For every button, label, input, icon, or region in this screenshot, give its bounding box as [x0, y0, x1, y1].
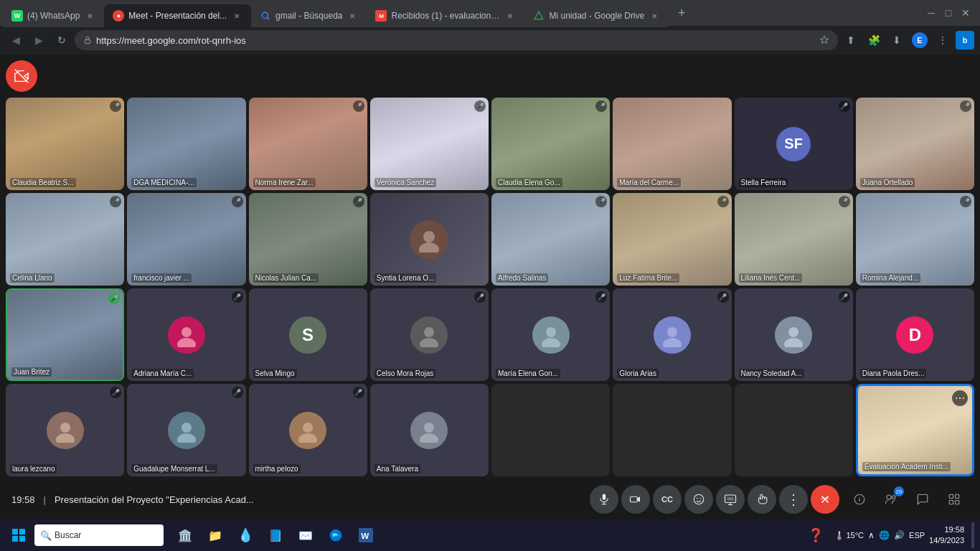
present-button[interactable] [716, 485, 745, 514]
participants-button[interactable]: 29 [877, 485, 905, 514]
svg-point-7 [182, 327, 192, 337]
svg-point-29 [694, 494, 704, 504]
taskbar-app-store[interactable]: 📘 [263, 522, 288, 548]
meeting-time: 19:58 [11, 494, 35, 505]
tile-veronica: 🎤 Verónica Sanchez [370, 98, 489, 190]
mute-icon-adriana: 🎤 [232, 291, 243, 303]
participant-name-claudia-b: Claudia Beatriz S... [10, 178, 76, 187]
nav-bar: ◀ ▶ ↻ https://meet.google.com/rot-qnrh-i… [0, 26, 980, 55]
tile-maria-e: 🎤 María Elena Gon... [491, 288, 610, 381]
taskbar-app-mail[interactable]: ✉️ [293, 522, 319, 548]
participant-name-juana: Juana Ortellado [860, 178, 915, 187]
mute-icon-celso: 🎤 [474, 291, 486, 303]
chat-button[interactable] [908, 485, 937, 514]
tile-nicolas: 🎤 Nicolas Julian Ca... [249, 193, 367, 286]
captions-button[interactable]: CC [653, 485, 682, 514]
volume-icon[interactable]: 🔊 [894, 530, 905, 540]
tile-romina: 🎤 Romina Alejand... [856, 193, 974, 286]
more-options-meet-button[interactable]: ⋮ [779, 485, 808, 514]
svg-point-19 [182, 423, 192, 433]
svg-rect-46 [19, 529, 25, 534]
taskbar-sys-tray: ∧ 🌐 🔊 ESP [868, 530, 925, 540]
tile-selva: S Selva Mingo [249, 288, 367, 381]
show-desktop-button[interactable] [971, 522, 974, 548]
camera-off-button[interactable] [6, 60, 37, 92]
camera-button[interactable] [621, 485, 650, 514]
taskbar-search[interactable]: 🔍 Buscar [34, 524, 164, 546]
tab-gdrive[interactable]: Mi unidad - Google Drive ✕ [524, 4, 669, 27]
more-options-eval[interactable]: ⋯ [952, 390, 968, 406]
star-icon[interactable] [819, 35, 829, 45]
minimize-button[interactable]: ─ [925, 7, 937, 19]
forward-button[interactable]: ▶ [29, 30, 49, 50]
tab-close-meet[interactable]: ✕ [231, 10, 242, 22]
bing-button[interactable]: b [956, 31, 974, 50]
taskbar-app-dropbox[interactable]: 💧 [232, 522, 258, 548]
network-icon[interactable]: 🌐 [879, 530, 890, 540]
activities-button[interactable] [940, 485, 969, 514]
tab-close-whatsapp[interactable]: ✕ [84, 10, 95, 22]
svg-point-5 [423, 231, 435, 242]
tile-empty-2 [613, 384, 731, 476]
tab-meet[interactable]: ● Meet - Presentación del... ✕ [104, 4, 251, 27]
refresh-button[interactable]: ↻ [52, 30, 72, 50]
svg-rect-44 [956, 501, 959, 504]
taskbar-app-word[interactable]: W [353, 522, 379, 548]
svg-point-11 [546, 327, 556, 337]
participant-name-laura: laura lezcano [10, 464, 57, 474]
side-controls: 29 [845, 485, 969, 514]
downloads-button[interactable]: ⬇ [887, 30, 907, 50]
svg-point-14 [663, 338, 682, 347]
tab-whatsapp[interactable]: W (4) WhatsApp ✕ [3, 4, 104, 27]
taskbar-clock[interactable]: 19:58 14/9/2023 [929, 524, 964, 547]
close-button[interactable]: ✕ [960, 7, 971, 19]
participant-name-liliana: Liliana Inés Cent... [739, 273, 803, 283]
mute-icon-stella: 🎤 [839, 100, 850, 112]
share-button[interactable]: ⬆ [841, 30, 861, 50]
avatar-guadalupe [168, 412, 205, 449]
participant-name-norma: Norma Irene Zar... [253, 178, 316, 187]
taskbar-question[interactable]: ❓ [801, 521, 830, 550]
end-call-button[interactable] [811, 485, 839, 514]
taskbar-app-explorer[interactable]: 🏛️ [172, 522, 198, 548]
raise-hand-button[interactable] [748, 485, 776, 514]
svg-marker-2 [535, 11, 544, 19]
clock-date: 14/9/2023 [929, 535, 964, 546]
profile-button[interactable]: E [910, 30, 930, 50]
back-button[interactable]: ◀ [6, 30, 26, 50]
tab-gmail-search[interactable]: gmail - Búsqueda ✕ [251, 4, 367, 27]
taskbar-weather[interactable]: 🌡️ 15°C [834, 531, 864, 540]
avatar-selva: S [289, 316, 326, 354]
tab-close-gmail-inbox[interactable]: ✕ [504, 10, 516, 22]
tab-title-meet: Meet - Presentación del... [128, 11, 227, 21]
emoji-button[interactable] [684, 485, 713, 514]
tab-title-gmail-search: gmail - Búsqueda [275, 11, 342, 21]
more-menu-button[interactable]: ⋮ [933, 30, 953, 50]
svg-point-13 [667, 327, 677, 337]
extensions-button[interactable]: 🧩 [864, 30, 884, 50]
tab-favicon-gdrive [533, 10, 545, 22]
taskbar-app-files[interactable]: 📁 [202, 522, 228, 548]
bottom-separator: | [44, 494, 46, 505]
tile-diana: D Diana Paola Dres... [856, 288, 974, 381]
tab-favicon-gmail-search [260, 10, 271, 22]
taskbar: 🔍 Buscar 🏛️ 📁 💧 📘 ✉️ W ❓ 🌡️ 15°C ∧ 🌐 🔊 E… [0, 519, 980, 551]
tab-add-button[interactable]: + [672, 3, 692, 23]
mic-button[interactable] [590, 485, 618, 514]
info-button[interactable] [845, 485, 874, 514]
mute-icon-nicolas: 🎤 [353, 196, 364, 207]
sys-up-arrow[interactable]: ∧ [868, 530, 875, 540]
tab-gmail-inbox[interactable]: M Recibidos (1) - evaluacionaca... ✕ [367, 4, 524, 27]
address-bar[interactable]: https://meet.google.com/rot-qnrh-ios [75, 30, 838, 50]
svg-point-16 [784, 338, 803, 347]
maximize-button[interactable]: □ [943, 7, 954, 19]
taskbar-app-edge[interactable] [323, 522, 349, 548]
start-button[interactable] [6, 522, 32, 548]
tab-close-gmail-search[interactable]: ✕ [347, 10, 358, 22]
mute-icon-nancy: 🎤 [839, 291, 850, 303]
nav-actions: ⬆ 🧩 ⬇ E ⋮ b [841, 30, 974, 50]
tile-claudia-e: 🎤 Claudia Elena Go... [491, 98, 610, 190]
svg-rect-42 [956, 494, 959, 498]
svg-text:W: W [361, 531, 369, 540]
tab-close-gdrive[interactable]: ✕ [649, 10, 660, 22]
